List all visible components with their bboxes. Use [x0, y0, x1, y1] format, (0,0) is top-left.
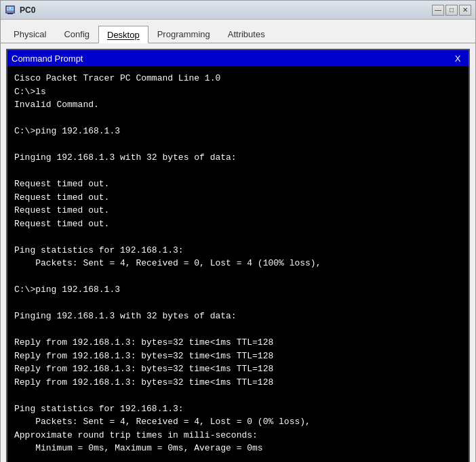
- tabs-bar: Physical Config Desktop Programming Attr…: [1, 20, 475, 43]
- close-button[interactable]: ✕: [459, 5, 471, 16]
- svg-rect-5: [7, 9, 13, 10]
- cmd-output: Cisco Packet Tracer PC Command Line 1.0 …: [14, 72, 462, 462]
- cmd-body[interactable]: Cisco Packet Tracer PC Command Line 1.0 …: [7, 66, 469, 462]
- tab-desktop[interactable]: Desktop: [98, 26, 148, 43]
- tab-physical[interactable]: Physical: [5, 25, 55, 43]
- cmd-close-button[interactable]: X: [451, 54, 464, 64]
- tab-programming[interactable]: Programming: [148, 25, 219, 43]
- minimize-button[interactable]: —: [432, 5, 444, 16]
- tab-config[interactable]: Config: [55, 25, 98, 43]
- cmd-title-bar: Command Prompt X: [7, 50, 469, 66]
- window-title: PC0: [20, 5, 432, 15]
- svg-rect-3: [7, 7, 9, 9]
- svg-rect-1: [7, 13, 13, 14]
- command-prompt-panel: Command Prompt X Cisco Packet Tracer PC …: [6, 49, 470, 462]
- svg-rect-4: [11, 7, 13, 9]
- title-bar: PC0 — □ ✕: [1, 1, 475, 20]
- cmd-title-text: Command Prompt: [12, 54, 83, 64]
- svg-rect-2: [7, 11, 14, 12]
- main-content: Command Prompt X Cisco Packet Tracer PC …: [1, 43, 475, 462]
- tab-attributes[interactable]: Attributes: [219, 25, 274, 43]
- title-bar-buttons: — □ ✕: [432, 5, 471, 16]
- window-icon: [5, 5, 16, 16]
- maximize-button[interactable]: □: [445, 5, 458, 16]
- main-window: PC0 — □ ✕ Physical Config Desktop Progra…: [0, 0, 476, 462]
